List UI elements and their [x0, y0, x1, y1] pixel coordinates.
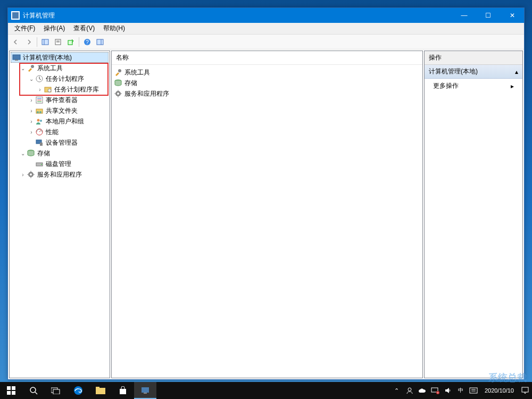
- library-icon: [44, 85, 52, 94]
- ime-icon[interactable]: 中: [456, 387, 466, 394]
- tree-disk-management[interactable]: › 磁盘管理: [11, 159, 109, 169]
- store-button[interactable]: [112, 382, 134, 399]
- tree-root[interactable]: 计算机管理(本地): [11, 52, 109, 63]
- task-view-button[interactable]: [45, 382, 67, 399]
- toolbar-separator: [37, 37, 37, 47]
- file-explorer-button[interactable]: [89, 382, 112, 399]
- minimize-button[interactable]: —: [452, 8, 476, 23]
- actions-section-title[interactable]: 计算机管理(本地) ▴: [425, 65, 522, 79]
- event-viewer-icon: [35, 96, 44, 104]
- show-actions-button[interactable]: [94, 36, 106, 48]
- clock-icon: [35, 74, 44, 83]
- svg-point-21: [37, 111, 39, 113]
- users-icon: [35, 117, 44, 126]
- close-button[interactable]: ✕: [500, 8, 524, 23]
- menu-file[interactable]: 文件(F): [10, 23, 39, 34]
- expander-icon[interactable]: ›: [28, 119, 35, 124]
- edge-browser-button[interactable]: [67, 382, 89, 399]
- tree-label: 事件查看器: [46, 96, 78, 105]
- device-manager-icon: [35, 138, 44, 147]
- svg-rect-48: [120, 389, 126, 394]
- tree-system-tools[interactable]: ⌄ 系统工具: [11, 63, 109, 73]
- tree-local-users-groups[interactable]: › 本地用户和组: [11, 116, 109, 127]
- expander-icon[interactable]: ›: [28, 129, 35, 135]
- onedrive-icon[interactable]: [418, 387, 427, 394]
- app-icon: [11, 11, 20, 20]
- svg-text:×: ×: [437, 391, 438, 394]
- expander-icon[interactable]: ›: [36, 87, 44, 93]
- svg-rect-11: [15, 60, 18, 61]
- tree-shared-folders[interactable]: › 共享文件夹: [11, 105, 109, 116]
- svg-rect-39: [7, 391, 11, 395]
- title-bar[interactable]: 计算机管理 — ☐ ✕: [8, 8, 524, 23]
- keyboard-icon[interactable]: [469, 387, 478, 394]
- storage-icon: [114, 79, 122, 87]
- menu-help[interactable]: 帮助(H): [99, 23, 129, 34]
- svg-rect-27: [40, 143, 43, 146]
- expander-icon[interactable]: ›: [19, 172, 27, 178]
- menu-action[interactable]: 操作(A): [39, 23, 69, 34]
- expander-icon[interactable]: ⌄: [19, 151, 27, 156]
- tray-chevron-icon[interactable]: ⌃: [392, 387, 402, 394]
- svg-point-22: [39, 111, 41, 113]
- svg-rect-8: [97, 39, 103, 45]
- list-item-label: 系统工具: [124, 68, 150, 77]
- volume-icon[interactable]: [443, 387, 453, 394]
- computer-management-task-button[interactable]: [134, 382, 156, 399]
- expander-icon[interactable]: ›: [28, 108, 35, 114]
- shared-folders-icon: [35, 106, 44, 115]
- menu-bar: 文件(F) 操作(A) 查看(V) 帮助(H): [8, 23, 524, 35]
- show-hide-button[interactable]: [39, 36, 51, 48]
- actions-header: 操作: [425, 51, 522, 65]
- expander-icon[interactable]: ⌄: [19, 65, 27, 71]
- tree-task-scheduler[interactable]: ⌄ 任务计划程序: [11, 73, 109, 84]
- export-button[interactable]: [65, 36, 77, 48]
- svg-point-51: [408, 388, 411, 391]
- tree-label: 计算机管理(本地): [23, 53, 72, 62]
- back-button[interactable]: [10, 36, 22, 48]
- action-center-icon[interactable]: [520, 387, 530, 394]
- forward-button[interactable]: [23, 36, 35, 48]
- list-item-label: 存储: [124, 79, 137, 88]
- menu-view[interactable]: 查看(V): [69, 23, 99, 34]
- tree-panel[interactable]: 计算机管理(本地) ⌄ 系统工具 ⌄ 任务计划程序 › 任务计划程序库: [9, 51, 110, 378]
- taskbar-datetime[interactable]: 2020/10/10: [481, 387, 517, 394]
- svg-rect-58: [522, 387, 528, 392]
- tree-label: 存储: [37, 149, 50, 158]
- list-item[interactable]: 存储: [114, 78, 420, 88]
- tree-services-applications[interactable]: › 服务和应用程序: [11, 169, 109, 180]
- action-more-actions[interactable]: 更多操作 ▸: [425, 79, 522, 93]
- tree-task-scheduler-library[interactable]: › 任务计划程序库: [11, 84, 109, 95]
- svg-rect-10: [13, 55, 20, 60]
- properties-button[interactable]: [52, 36, 64, 48]
- help-button[interactable]: ?: [81, 36, 93, 48]
- tree-performance[interactable]: › 性能: [11, 127, 109, 137]
- network-error-icon[interactable]: ×: [430, 387, 440, 394]
- main-list[interactable]: 系统工具 存储 服务和应用程序: [112, 65, 422, 101]
- list-item[interactable]: 服务和应用程序: [114, 88, 420, 99]
- search-button[interactable]: [22, 382, 45, 399]
- list-item[interactable]: 系统工具: [114, 67, 420, 78]
- window-body: 计算机管理(本地) ⌄ 系统工具 ⌄ 任务计划程序 › 任务计划程序库: [8, 49, 524, 379]
- action-label: 更多操作: [433, 81, 459, 90]
- tree-device-manager[interactable]: › 设备管理器: [11, 137, 109, 148]
- tree-storage[interactable]: ⌄ 存储: [11, 148, 109, 159]
- collapse-icon: ▴: [515, 68, 518, 76]
- expander-icon[interactable]: ⌄: [28, 76, 35, 82]
- computer-management-window: 计算机管理 — ☐ ✕ 文件(F) 操作(A) 查看(V) 帮助(H) ? 计算…: [7, 7, 525, 380]
- windows-taskbar[interactable]: ⌃ × 中 2020/10/10: [0, 382, 532, 399]
- start-button[interactable]: [0, 382, 22, 399]
- maximize-button[interactable]: ☐: [476, 8, 500, 23]
- system-tray[interactable]: ⌃ × 中 2020/10/10: [392, 387, 532, 394]
- svg-line-42: [35, 392, 37, 394]
- svg-rect-55: [470, 388, 477, 393]
- svg-text:?: ?: [86, 39, 89, 45]
- tree-label: 系统工具: [37, 64, 63, 73]
- svg-point-24: [40, 120, 42, 122]
- people-icon[interactable]: [405, 387, 414, 394]
- tree-label: 本地用户和组: [46, 117, 84, 126]
- storage-icon: [27, 149, 35, 157]
- column-header-name[interactable]: 名称: [112, 51, 422, 65]
- tree-event-viewer[interactable]: › 事件查看器: [11, 95, 109, 105]
- expander-icon[interactable]: ›: [28, 97, 35, 103]
